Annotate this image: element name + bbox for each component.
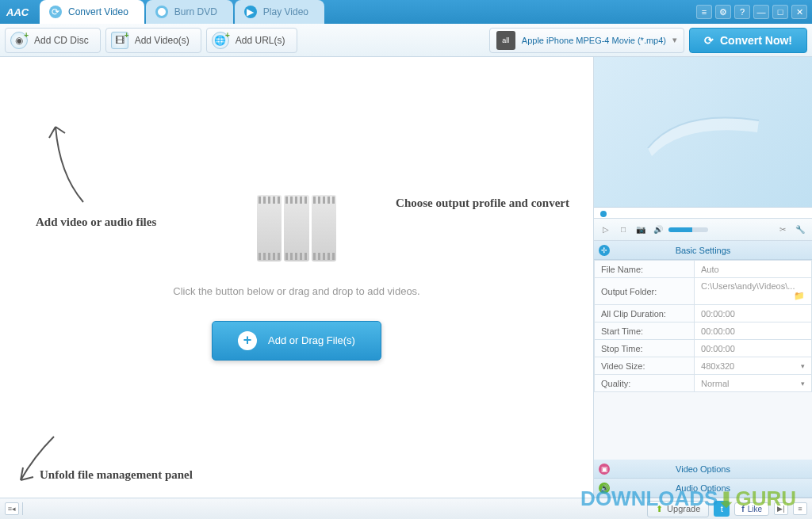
start-time-value[interactable]: 00:00:00 — [695, 322, 812, 340]
app-logo: AAC — [0, 6, 40, 18]
quality-select[interactable]: Normal▾ — [695, 375, 812, 392]
media-controls: ▷ □ 📷 🔊 ✂ 🔧 — [594, 219, 812, 241]
setting-label: All Clip Duration: — [595, 305, 695, 322]
drop-hint-text: Click the button below or drag and drop … — [173, 285, 419, 297]
play-icon: ▶ — [244, 6, 257, 18]
right-panel: ▷ □ 📷 🔊 ✂ 🔧 ✢ Basic Settings File Name: … — [593, 57, 812, 498]
title-bar: AAC ⟳ Convert Video Burn DVD ▶ Play Vide… — [0, 0, 812, 24]
refresh-icon: ⟳ — [704, 34, 714, 47]
toolbar: ◉+ Add CD Disc 🎞+ Add Video(s) 🌐+ Add UR… — [0, 24, 812, 57]
setting-label: Quality: — [595, 375, 695, 392]
basic-settings-header[interactable]: ✢ Basic Settings — [594, 241, 812, 260]
button-label: Like — [748, 505, 762, 513]
edit-button[interactable]: 🔧 — [793, 223, 807, 236]
up-arrow-icon: ⬆ — [656, 504, 663, 514]
add-cd-disc-button[interactable]: ◉+ Add CD Disc — [5, 28, 101, 53]
button-label: Add Video(s) — [135, 35, 190, 46]
menu-icon[interactable]: ≡ — [696, 5, 712, 19]
button-label: Add or Drag File(s) — [268, 334, 355, 346]
main-area: Add video or audio files Choose output p… — [0, 57, 812, 498]
tab-label: Play Video — [263, 6, 308, 17]
file-name-value[interactable]: Auto — [695, 261, 812, 278]
chevron-down-icon: ▾ — [801, 362, 805, 370]
list-button[interactable]: ≡ — [793, 502, 807, 515]
clip-duration-value: 00:00:00 — [695, 305, 812, 322]
filmstrip-curl-icon — [640, 101, 767, 164]
volume-icon[interactable]: 🔊 — [651, 223, 665, 236]
annotation-add-files: Add video or audio files — [36, 216, 156, 229]
stop-time-value[interactable]: 00:00:00 — [695, 340, 812, 357]
profile-label: Apple iPhone MPEG-4 Movie (*.mp4) — [522, 36, 666, 45]
facebook-like-button[interactable]: f Like — [734, 502, 769, 516]
play-button[interactable]: ▷ — [599, 223, 613, 236]
section-title: Basic Settings — [676, 246, 731, 255]
section-title: Audio Options — [676, 483, 730, 493]
prev-button[interactable]: ▶| — [774, 502, 788, 515]
audio-options-header[interactable]: 🔊 Audio Options — [594, 479, 812, 498]
gear-icon[interactable]: ⚙ — [715, 5, 731, 19]
filmstrip-icon — [257, 195, 336, 261]
volume-slider[interactable] — [668, 227, 708, 232]
button-label: Add CD Disc — [34, 35, 89, 46]
output-profile-selector[interactable]: all Apple iPhone MPEG-4 Movie (*.mp4) ▾ — [489, 28, 684, 53]
button-label: Upgrade — [667, 504, 700, 513]
setting-label: Stop Time: — [595, 340, 695, 357]
video-size-select[interactable]: 480x320▾ — [695, 357, 812, 375]
chevron-down-icon: ▾ — [801, 380, 805, 387]
refresh-icon: ⟳ — [49, 6, 62, 18]
disc-icon: ◉+ — [10, 32, 28, 49]
setting-label: Output Folder: — [595, 278, 695, 305]
output-folder-value[interactable]: C:\Users\andy\Videos\...📁 — [695, 278, 812, 305]
folder-icon[interactable]: 📁 — [794, 291, 805, 301]
facebook-icon: f — [741, 505, 744, 513]
window-controls: ≡ ⚙ ? — □ ✕ — [696, 5, 812, 19]
file-drop-panel: Add video or audio files Choose output p… — [0, 57, 593, 498]
minimize-button[interactable]: — — [753, 5, 769, 19]
button-label: Add URL(s) — [236, 35, 285, 46]
tab-play-video[interactable]: ▶ Play Video — [235, 0, 324, 24]
tab-label: Convert Video — [68, 6, 128, 17]
annotation-unfold-panel: Unfold file management panel — [40, 468, 193, 482]
add-urls-button[interactable]: 🌐+ Add URL(s) — [206, 28, 297, 53]
status-bar: ≡◂ ⬆ Upgrade t f Like ▶| ≡ — [0, 498, 812, 519]
upgrade-button[interactable]: ⬆ Upgrade — [647, 501, 709, 517]
annotation-choose-profile: Choose output profile and convert — [396, 197, 569, 210]
add-or-drag-files-button[interactable]: + Add or Drag File(s) — [212, 321, 381, 361]
preview-area — [594, 57, 812, 208]
section-title: Video Options — [676, 464, 730, 474]
tab-label: Burn DVD — [174, 6, 217, 17]
close-button[interactable]: ✕ — [791, 5, 807, 19]
audio-icon: 🔊 — [599, 483, 610, 494]
tab-burn-dvd[interactable]: Burn DVD — [146, 0, 233, 24]
cut-button[interactable]: ✂ — [776, 223, 790, 236]
snapshot-button[interactable]: 📷 — [634, 223, 648, 236]
chevron-down-icon: ▾ — [672, 35, 677, 45]
panel-toggle-button[interactable]: ≡◂ — [5, 502, 19, 515]
setting-label: File Name: — [595, 261, 695, 278]
twitter-button[interactable]: t — [714, 501, 730, 517]
plus-icon: + — [238, 331, 257, 350]
basic-settings-table: File Name: Auto Output Folder: C:\Users\… — [594, 260, 812, 392]
arrow-annotation — [44, 119, 99, 206]
maximize-button[interactable]: □ — [772, 5, 788, 19]
add-videos-button[interactable]: 🎞+ Add Video(s) — [105, 28, 201, 53]
button-label: Convert Now! — [720, 34, 792, 47]
video-file-icon: 🎞+ — [111, 32, 128, 49]
disc-icon — [155, 6, 168, 18]
convert-now-button[interactable]: ⟳ Convert Now! — [689, 28, 807, 53]
setting-label: Start Time: — [595, 322, 695, 340]
video-options-header[interactable]: ▣ Video Options — [594, 460, 812, 479]
video-icon: ▣ — [599, 464, 610, 475]
settings-icon: ✢ — [599, 245, 610, 256]
setting-label: Video Size: — [595, 357, 695, 375]
main-tabs: ⟳ Convert Video Burn DVD ▶ Play Video — [40, 0, 696, 24]
all-formats-icon: all — [496, 31, 515, 50]
playback-progress[interactable] — [594, 208, 812, 219]
stop-button[interactable]: □ — [616, 223, 630, 236]
help-icon[interactable]: ? — [734, 5, 750, 19]
globe-icon: 🌐+ — [212, 32, 229, 49]
tab-convert-video[interactable]: ⟳ Convert Video — [40, 0, 144, 24]
